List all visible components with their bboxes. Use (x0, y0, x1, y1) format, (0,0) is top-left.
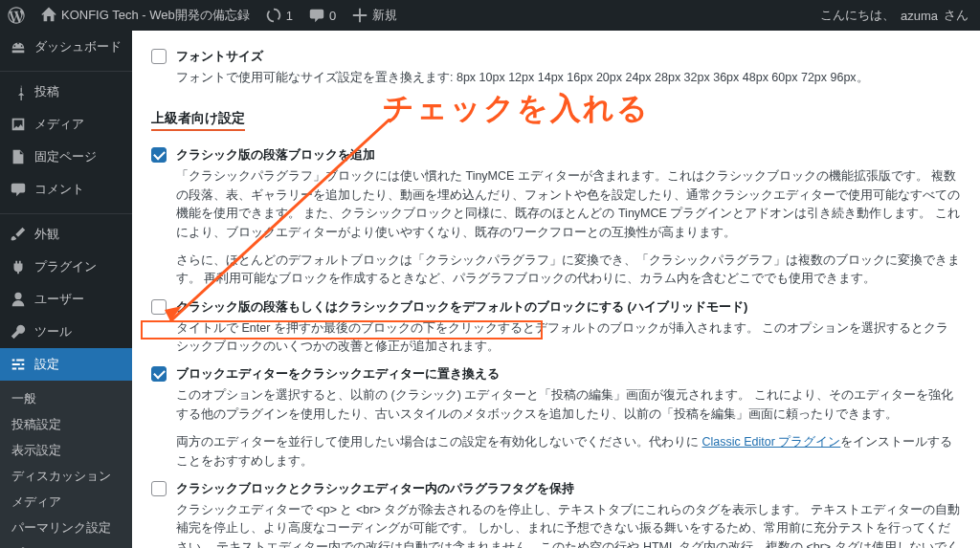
classic-paragraph-option: クラシック版の段落ブロックを追加 (151, 146, 961, 164)
updates-menu[interactable]: 1 (257, 0, 301, 31)
wrench-icon (10, 323, 27, 340)
nav-label: 投稿 (34, 83, 59, 100)
admin-bar: KONFIG Tech - Web開発の備忘録 1 0 新規 こんにちは、 az… (0, 0, 980, 31)
menu-separator (0, 209, 132, 214)
submenu-general[interactable]: 一般 (0, 386, 132, 412)
replace-desc2-a: 両方のエディターを並行して使用したい場合はこの設定を有効化しないでください。代わ… (176, 435, 702, 449)
admin-menu: ダッシュボード 投稿 メディア 固定ページ コメント 外観 プラグイン ユーザー… (0, 31, 132, 548)
nav-pages[interactable]: 固定ページ (0, 141, 132, 173)
plug-icon (10, 258, 27, 275)
keep-tags-option: クラシックブロックとクラシックエディター内のパラグラフタグを保持 (151, 480, 961, 497)
classic-editor-link[interactable]: Classic Editor プラグイン (702, 435, 840, 449)
advanced-section-title: 上級者向け設定 (151, 110, 245, 131)
nav-label: 設定 (34, 356, 59, 373)
font-size-label: フォントサイズ (176, 48, 263, 65)
comments-count: 0 (329, 9, 336, 23)
checkbox-font-size[interactable] (151, 49, 167, 64)
nav-label: ダッシュボード (34, 38, 122, 55)
nav-plugins[interactable]: プラグイン (0, 251, 132, 283)
greeting-suffix: さん (944, 7, 969, 24)
font-size-desc: フォントで使用可能なサイズ設定を置き換えます: 8px 10px 12px 14… (176, 69, 961, 87)
submenu-media[interactable]: メディア (0, 490, 132, 515)
checkbox-replace-editor[interactable] (151, 366, 167, 382)
font-size-option: フォントサイズ (151, 48, 961, 65)
refresh-icon (265, 7, 282, 24)
nav-posts[interactable]: 投稿 (0, 76, 132, 108)
sliders-icon (10, 356, 27, 373)
submenu-discussion[interactable]: ディスカッション (0, 464, 132, 490)
nav-media[interactable]: メディア (0, 108, 132, 141)
admin-bar-right[interactable]: こんにちは、 azuma さん (820, 7, 980, 24)
nav-settings[interactable]: 設定 (0, 348, 132, 381)
media-icon (10, 116, 27, 133)
replace-option: ブロックエディターをクラシックエディターに置き換える (151, 365, 961, 383)
new-content-menu[interactable]: 新規 (344, 0, 405, 31)
brush-icon (10, 226, 27, 243)
hybrid-desc: タイトルで Enter を押すか最後のブロックの下をクリックするとデフォルトのブ… (176, 319, 961, 357)
hybrid-option: クラシック版の段落もしくはクラシックブロックをデフォルトのブロックにする (ハイ… (151, 298, 961, 316)
nav-tools[interactable]: ツール (0, 316, 132, 348)
keep-tags-desc: クラシックエディターで <p> と <br> タグが除去されるのを停止し、テキス… (176, 501, 961, 548)
hybrid-label: クラシック版の段落もしくはクラシックブロックをデフォルトのブロックにする (ハイ… (176, 298, 747, 316)
nav-comments[interactable]: コメント (0, 173, 132, 206)
comments-icon (10, 181, 27, 198)
dashboard-icon (10, 38, 27, 55)
replace-desc2: 両方のエディターを並行して使用したい場合はこの設定を有効化しないでください。代わ… (176, 433, 961, 471)
nav-label: ツール (34, 323, 72, 340)
updates-count: 1 (286, 9, 293, 23)
nav-label: メディア (34, 116, 84, 133)
nav-appearance[interactable]: 外観 (0, 218, 132, 251)
submenu-reading[interactable]: 表示設定 (0, 438, 132, 464)
nav-users[interactable]: ユーザー (0, 283, 132, 316)
home-icon (40, 7, 57, 24)
keep-tags-label: クラシックブロックとクラシックエディター内のパラグラフタグを保持 (176, 480, 574, 497)
checkbox-hybrid[interactable] (151, 299, 167, 315)
username: azuma (901, 9, 938, 23)
site-title: KONFIG Tech - Web開発の備忘録 (61, 7, 250, 24)
classic-paragraph-desc2: さらに、ほとんどのデフォルトブロックは「クラシックパラグラフ」に変換でき、「クラ… (176, 252, 961, 289)
nav-label: ユーザー (34, 291, 84, 308)
submenu-permalink[interactable]: パーマリンク設定 (0, 515, 132, 541)
site-menu[interactable]: KONFIG Tech - Web開発の備忘録 (33, 0, 257, 31)
submenu-privacy[interactable]: プライバシー (0, 541, 132, 548)
classic-paragraph-label: クラシック版の段落ブロックを追加 (176, 146, 375, 164)
plus-icon (351, 7, 368, 24)
comments-menu[interactable]: 0 (301, 0, 344, 31)
replace-label: ブロックエディターをクラシックエディターに置き換える (176, 365, 500, 383)
nav-dashboard[interactable]: ダッシュボード (0, 31, 132, 63)
settings-submenu: 一般 投稿設定 表示設定 ディスカッション メディア パーマリンク設定 プライバ… (0, 381, 132, 548)
pin-icon (10, 83, 27, 100)
nav-label: 固定ページ (34, 148, 97, 165)
submenu-writing[interactable]: 投稿設定 (0, 412, 132, 438)
wp-logo-menu[interactable] (0, 0, 33, 31)
comment-icon (308, 7, 325, 24)
replace-desc1: このオプションを選択すると、以前の (クラシック) エディターと「投稿の編集」画… (176, 386, 961, 424)
annotation-callout: チェックを入れる (383, 88, 650, 130)
classic-paragraph-desc1: 「クラシックパラグラフ」ブロックには使い慣れた TinyMCE エディターが含ま… (176, 167, 961, 242)
admin-bar-left: KONFIG Tech - Web開発の備忘録 1 0 新規 (0, 0, 405, 31)
menu-separator (0, 67, 132, 72)
checkbox-keep-tags[interactable] (151, 481, 167, 496)
nav-label: コメント (34, 181, 84, 198)
nav-label: 外観 (34, 226, 59, 243)
page-icon (10, 148, 27, 165)
checkbox-classic-paragraph[interactable] (151, 147, 167, 163)
new-label: 新規 (372, 7, 397, 24)
user-icon (10, 291, 27, 308)
nav-label: プラグイン (34, 258, 97, 275)
wordpress-icon (8, 7, 25, 24)
greeting-prefix: こんにちは、 (820, 7, 895, 24)
